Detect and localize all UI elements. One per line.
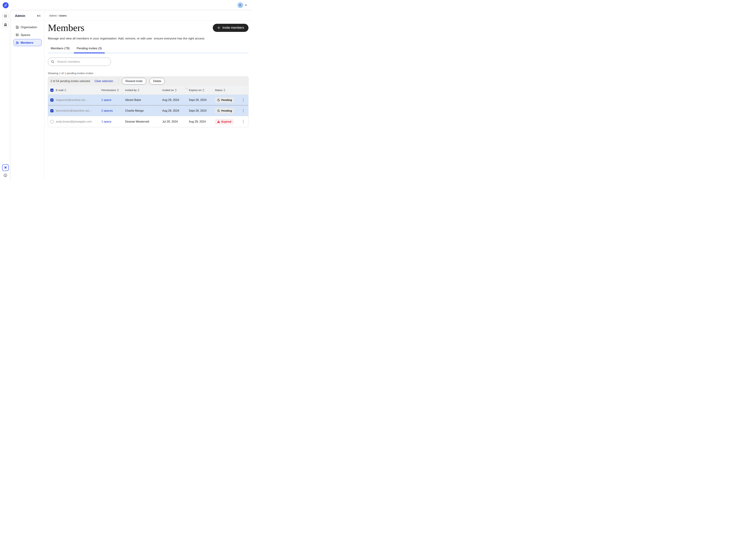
- table-header: E-mail Permissions Invited by Invited on…: [48, 86, 248, 95]
- admin-sidebar: Admin: [11, 11, 44, 180]
- app-window: K: [0, 0, 252, 180]
- info-icon[interactable]: [4, 174, 7, 177]
- search-icon: [51, 60, 55, 64]
- sort-icon: [64, 89, 66, 91]
- sort-icon: [223, 89, 225, 91]
- sidebar-item-label: Members: [21, 41, 33, 44]
- bank-icon: [4, 23, 7, 26]
- cell-email: bmcmahon@optonline.net...: [56, 109, 101, 112]
- cell-expires-on: Sept 28, 2024: [189, 98, 215, 102]
- page-title: Members: [48, 23, 85, 33]
- topbar: K: [0, 0, 252, 10]
- sidebar-item-label: Spaces: [21, 33, 30, 37]
- library-button[interactable]: [2, 13, 9, 19]
- cell-invited-on: Aug 29, 2024: [162, 109, 189, 112]
- row-checkbox[interactable]: [50, 99, 54, 102]
- cell-invited-by: Desirae Westervelt: [125, 120, 162, 123]
- cell-expires-on: Sept 28, 2024: [189, 109, 215, 112]
- tab-bar: Members (79) Pending invites (3): [48, 45, 248, 53]
- cell-email: magusnet@verifyai.net...: [56, 98, 101, 102]
- row-menu-button[interactable]: [242, 98, 244, 102]
- column-header-expires-on[interactable]: Expires on: [189, 89, 215, 92]
- brand-logo-icon[interactable]: [3, 2, 9, 8]
- sidebar-item-organisation[interactable]: Organisation: [14, 24, 42, 31]
- page-description: Manage and view all members in your orga…: [48, 37, 248, 40]
- status-badge: Expired: [215, 119, 233, 125]
- breadcrumb-current: Users: [59, 14, 67, 17]
- sidebar-item-spaces[interactable]: Spaces: [14, 31, 42, 38]
- status-badge: Pending: [215, 108, 234, 114]
- breadcrumb-separator: /: [58, 14, 59, 17]
- status-badge: Pending: [215, 97, 234, 103]
- search-members-box[interactable]: [48, 58, 111, 66]
- resend-invite-button[interactable]: Resend invite: [122, 78, 146, 85]
- tools-icon: [4, 166, 7, 170]
- invite-members-button[interactable]: Invite members: [213, 24, 248, 32]
- cell-invited-on: Jul 29, 2024: [162, 120, 189, 123]
- table-row[interactable]: magusnet@verifyai.net... 1 space Abram B…: [48, 95, 248, 106]
- sidebar-title: Admin: [15, 14, 25, 18]
- row-menu-button[interactable]: [242, 119, 244, 124]
- users-icon: [16, 41, 19, 44]
- breadcrumb-root[interactable]: Admin: [49, 14, 57, 17]
- bank-button[interactable]: [2, 21, 9, 28]
- cell-permissions-link[interactable]: 1 space: [101, 120, 112, 123]
- pending-invites-table: 2 of 54 pending invites selected Clear s…: [48, 76, 248, 127]
- row-menu-button[interactable]: [242, 109, 244, 113]
- cell-permissions-link[interactable]: 2 spaces: [101, 109, 113, 112]
- plus-icon: [217, 26, 220, 29]
- clock-pending-icon: [217, 109, 220, 112]
- sidebar-item-members[interactable]: Members: [14, 39, 42, 46]
- row-checkbox[interactable]: [50, 109, 54, 112]
- icon-rail: [0, 10, 11, 180]
- breadcrumb: Admin / Users: [44, 11, 252, 21]
- column-header-status[interactable]: Status: [215, 89, 238, 92]
- selection-count: 2 of 54 pending invites selected: [51, 80, 90, 83]
- select-all-checkbox[interactable]: [50, 89, 54, 92]
- chevron-down-icon[interactable]: [245, 4, 247, 6]
- content-panel: Admin: [11, 10, 252, 180]
- cell-expires-on: Aug 28, 2024: [189, 120, 215, 123]
- tab-members[interactable]: Members (79): [48, 45, 73, 53]
- clear-selection-link[interactable]: Clear selection: [95, 80, 113, 83]
- column-header-invited-on[interactable]: Invited on: [162, 89, 189, 92]
- buildings-icon: [16, 25, 19, 29]
- search-input[interactable]: [57, 60, 109, 64]
- column-header-permissions[interactable]: Permissions: [101, 89, 125, 92]
- sort-icon: [202, 89, 204, 91]
- column-header-email[interactable]: E-mail: [56, 89, 101, 92]
- warning-triangle-icon: [217, 120, 220, 123]
- sort-icon: [137, 89, 139, 91]
- row-checkbox[interactable]: [50, 120, 54, 123]
- avatar[interactable]: K: [237, 2, 243, 8]
- column-header-invited-by[interactable]: Invited by: [125, 89, 162, 92]
- selection-bar: 2 of 54 pending invites selected Clear s…: [48, 77, 248, 86]
- cell-permissions-link[interactable]: 1 space: [101, 98, 112, 101]
- tab-pending-invites[interactable]: Pending invites (3): [74, 45, 105, 53]
- cell-invited-on: Aug 29, 2024: [162, 98, 189, 102]
- sort-icon: [175, 89, 177, 91]
- table-row[interactable]: bmcmahon@optonline.net... 2 spaces Charl…: [48, 106, 248, 116]
- invite-members-label: Invite members: [222, 26, 244, 30]
- account-menu[interactable]: K: [237, 2, 247, 8]
- tools-button[interactable]: [2, 164, 9, 171]
- clock-pending-icon: [217, 99, 220, 101]
- sort-icon: [117, 89, 119, 91]
- cell-email: andy.brown@pineapple.com: [56, 120, 101, 123]
- table-row[interactable]: andy.brown@pineapple.com 1 space Desirae…: [48, 116, 248, 127]
- delete-button[interactable]: Delete: [149, 78, 165, 85]
- sidebar-item-label: Organisation: [21, 26, 37, 29]
- cell-invited-by: Charlie Mango: [125, 109, 162, 112]
- results-summary: Showing 1 of 1 pending invites invites: [48, 72, 248, 75]
- spaces-icon: [16, 33, 19, 37]
- collapse-sidebar-icon[interactable]: [37, 14, 40, 17]
- book-open-icon: [4, 14, 7, 18]
- main-area: Admin / Users Members Invite members: [44, 11, 252, 180]
- cell-invited-by: Abram Bator: [125, 98, 162, 102]
